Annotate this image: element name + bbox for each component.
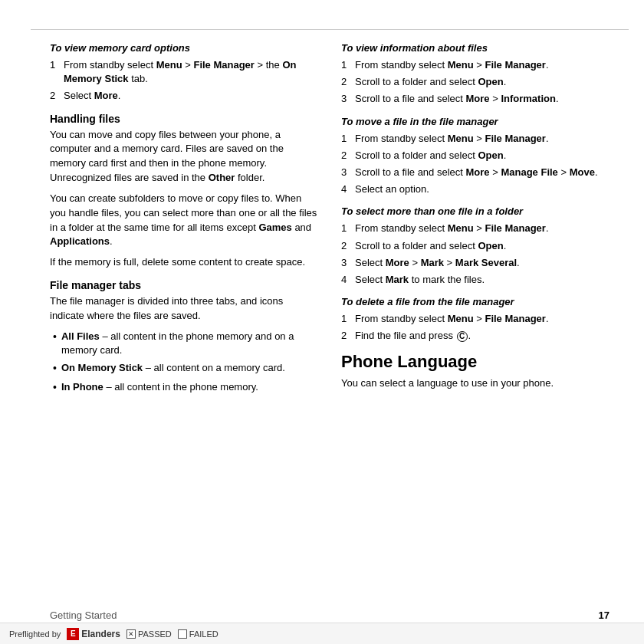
- elanders-brand: Elanders: [81, 629, 120, 639]
- view-info-step-1: 1 From standby select Menu > File Manage…: [341, 58, 610, 72]
- handling-para2: You can create subfolders to move or cop…: [50, 192, 318, 249]
- move-file-step-4: 4 Select an option.: [341, 182, 610, 196]
- delete-file-step-1: 1 From standby select Menu > File Manage…: [341, 312, 610, 326]
- select-more-step-2: 2 Scroll to a folder and select Open.: [341, 239, 610, 253]
- step-number: 1: [341, 58, 352, 72]
- file-manager-tabs-desc: The file manager is divided into three t…: [50, 294, 318, 324]
- step-number: 3: [341, 166, 352, 179]
- failed-label: FAILED: [189, 629, 219, 639]
- passed-label: PASSED: [138, 629, 172, 639]
- select-more-step-1: 1 From standby select Menu > File Manage…: [341, 222, 610, 235]
- handling-para3: If the memory is full, delete some conte…: [50, 255, 318, 270]
- preflight-label: Preflighted by: [9, 629, 61, 639]
- step-number: 1: [341, 222, 352, 235]
- memory-card-section: To view memory card options 1 From stand…: [50, 42, 318, 104]
- right-column: To view information about files 1 From s…: [341, 42, 610, 583]
- step-number: 1: [50, 58, 61, 86]
- page-footer: Getting Started 17: [50, 610, 610, 621]
- step-number: 3: [341, 92, 352, 106]
- delete-file-section: To delete a file from the file manager 1…: [341, 296, 610, 343]
- view-info-step-3: 3 Scroll to a file and select More > Inf…: [341, 92, 610, 106]
- view-info-step-2: 2 Scroll to a folder and select Open.: [341, 75, 610, 89]
- step-text: Scroll to a folder and select Open.: [355, 239, 506, 253]
- c-key-icon: C: [457, 331, 468, 342]
- step-text: From standby select Menu > File Manager …: [64, 58, 318, 86]
- step-number: 2: [50, 89, 61, 103]
- step-number: 2: [341, 149, 352, 163]
- select-more-step-4: 4 Select Mark to mark the files.: [341, 273, 610, 287]
- delete-file-step-2: 2 Find the file and press C.: [341, 329, 610, 343]
- move-file-title: To move a file in the file manager: [341, 116, 610, 127]
- failed-checkbox: [178, 629, 187, 639]
- bullet-on-memory-stick: On Memory Stick – all content on a memor…: [50, 361, 318, 376]
- view-info-title: To view information about files: [341, 42, 610, 54]
- view-info-section: To view information about files 1 From s…: [341, 42, 610, 107]
- step-text: Select an option.: [355, 182, 429, 196]
- memory-card-step-1: 1 From standby select Menu > File Manage…: [50, 58, 318, 86]
- footer-section-label: Getting Started: [50, 610, 117, 621]
- passed-checkbox: ✕: [127, 629, 136, 639]
- phone-language-desc: You can select a language to use in your…: [341, 376, 610, 391]
- passed-indicator: ✕ PASSED: [127, 629, 172, 639]
- move-file-step-3: 3 Scroll to a file and select More > Man…: [341, 166, 610, 179]
- select-more-title: To select more than one file in a folder: [341, 205, 610, 217]
- step-text: Scroll to a folder and select Open.: [355, 75, 506, 89]
- step-number: 2: [341, 329, 352, 343]
- move-file-step-1: 1 From standby select Menu > File Manage…: [341, 132, 610, 146]
- phone-language-heading: Phone Language: [341, 352, 610, 372]
- step-text: From standby select Menu > File Manager.: [355, 222, 549, 235]
- failed-indicator: FAILED: [178, 629, 219, 639]
- step-text: Scroll to a folder and select Open.: [355, 149, 506, 163]
- left-column: To view memory card options 1 From stand…: [50, 42, 318, 583]
- step-number: 1: [341, 312, 352, 326]
- step-number: 1: [341, 132, 352, 146]
- phone-language-section: Phone Language You can select a language…: [341, 352, 610, 391]
- step-number: 2: [341, 75, 352, 89]
- select-more-step-3: 3 Select More > Mark > Mark Several.: [341, 256, 610, 270]
- step-text: Find the file and press C.: [355, 329, 471, 343]
- bullet-all-files: All Files – all content in the phone mem…: [50, 330, 318, 357]
- file-manager-tabs-heading: File manager tabs: [50, 279, 318, 291]
- move-file-step-2: 2 Scroll to a folder and select Open.: [341, 149, 610, 163]
- top-divider: [31, 29, 629, 30]
- step-text: From standby select Menu > File Manager.: [355, 132, 549, 146]
- step-text: Select Mark to mark the files.: [355, 273, 485, 287]
- step-text: Scroll to a file and select More > Manag…: [355, 166, 598, 179]
- step-number: 2: [341, 239, 352, 253]
- step-number: 4: [341, 273, 352, 287]
- select-more-section: To select more than one file in a folder…: [341, 205, 610, 287]
- content-area: To view memory card options 1 From stand…: [50, 42, 610, 583]
- step-number: 4: [341, 182, 352, 196]
- move-file-section: To move a file in the file manager 1 Fro…: [341, 116, 610, 197]
- step-text: Select More > Mark > Mark Several.: [355, 256, 520, 270]
- footer-page-number: 17: [599, 610, 610, 621]
- delete-file-title: To delete a file from the file manager: [341, 296, 610, 307]
- step-text: Select More.: [64, 89, 120, 103]
- handling-files-heading: Handling files: [50, 113, 318, 125]
- memory-card-step-2: 2 Select More.: [50, 89, 318, 103]
- elanders-icon: E: [67, 628, 79, 640]
- file-manager-bullets: All Files – all content in the phone mem…: [50, 330, 318, 396]
- handling-files-section: Handling files You can move and copy fil…: [50, 113, 318, 271]
- step-number: 3: [341, 256, 352, 270]
- file-manager-tabs-section: File manager tabs The file manager is di…: [50, 279, 318, 395]
- bullet-in-phone: In Phone – all content in the phone memo…: [50, 380, 318, 396]
- step-text: From standby select Menu > File Manager.: [355, 58, 549, 72]
- elanders-logo: E Elanders: [67, 628, 120, 640]
- bottom-bar: Preflighted by E Elanders ✕ PASSED FAILE…: [0, 623, 644, 644]
- step-text: Scroll to a file and select More > Infor…: [355, 92, 559, 106]
- page: To view memory card options 1 From stand…: [0, 0, 644, 644]
- memory-card-title: To view memory card options: [50, 42, 318, 54]
- step-text: From standby select Menu > File Manager.: [355, 312, 549, 326]
- handling-para1: You can move and copy files between your…: [50, 128, 318, 186]
